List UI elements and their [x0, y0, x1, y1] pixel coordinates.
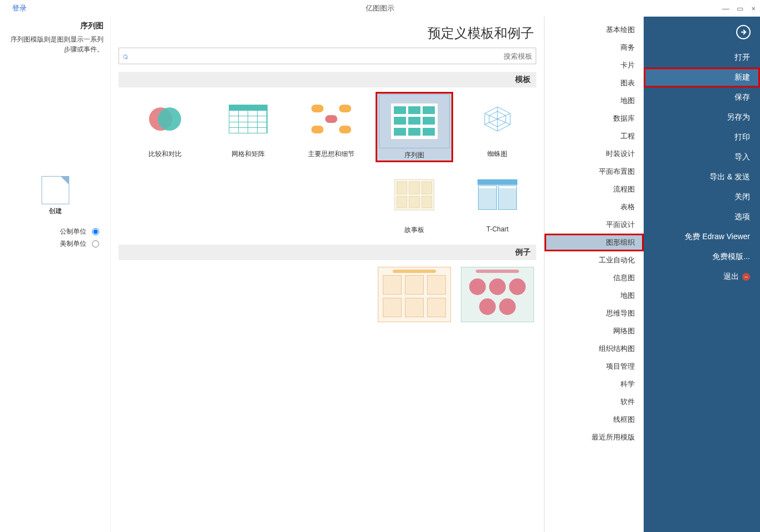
template-label: 比较和对比 — [148, 149, 182, 159]
back-icon[interactable] — [644, 21, 760, 48]
nav-open[interactable]: 打开 — [644, 48, 760, 68]
unit-us-label: 美制单位 — [60, 239, 86, 249]
new-doc-icon — [42, 176, 69, 204]
cat-business[interactable]: 商务 — [545, 39, 644, 56]
login-link[interactable]: 登录 — [12, 3, 27, 13]
nav-export[interactable]: 导出 & 发送 — [644, 167, 760, 187]
cat-basic[interactable]: 基本绘图 — [545, 21, 644, 39]
preview-heading: 序列图 — [7, 21, 104, 31]
template-sequence[interactable]: 序列图 — [376, 92, 453, 162]
template-label: T-Chart — [486, 225, 509, 233]
cat-recent[interactable]: 最近所用模版 — [545, 428, 644, 446]
content-area: 预定义模板和例子 ⌕ 模板 比较和对比 网格和矩阵 主要思想和细节 — [111, 17, 544, 532]
template-mind[interactable]: 主要思想和细节 — [292, 92, 370, 162]
search-icon: ⌕ — [122, 51, 128, 61]
examples-grid — [119, 265, 536, 324]
unit-metric-option[interactable]: 公制单位 — [11, 227, 99, 236]
create-button[interactable]: 创建 — [36, 176, 75, 216]
nav-exit-label: 退出 — [723, 272, 739, 282]
template-venn[interactable]: 比较和对比 — [126, 92, 204, 162]
cat-orgchart[interactable]: 组织结构图 — [545, 340, 644, 358]
unit-us-option[interactable]: 美制单位 — [11, 239, 99, 249]
cat-flowchart[interactable]: 流程图 — [545, 180, 644, 198]
cat-table[interactable]: 表格 — [545, 198, 644, 216]
unit-metric-label: 公制单位 — [60, 227, 86, 236]
cat-database[interactable]: 数据库 — [545, 110, 644, 127]
example-1[interactable] — [376, 265, 453, 324]
unit-us-radio[interactable] — [92, 240, 99, 247]
examples-section-header: 例子 — [119, 245, 536, 260]
templates-section-header: 模板 — [119, 72, 536, 87]
cat-science[interactable]: 科学 — [545, 375, 644, 393]
cat-map2[interactable]: 地图 — [545, 287, 644, 304]
cat-infographic[interactable]: 信息图 — [545, 269, 644, 287]
file-menu-sidebar: 打开 新建 保存 另存为 打印 导入 导出 & 发送 关闭 选项 免费 Edra… — [644, 17, 760, 532]
search-box[interactable]: ⌕ — [119, 48, 536, 64]
template-tchart[interactable]: T-Chart — [459, 168, 536, 235]
nav-options[interactable]: 选项 — [644, 207, 760, 227]
nav-new[interactable]: 新建 — [644, 68, 760, 87]
template-spider[interactable]: 蜘蛛图 — [459, 92, 536, 162]
unit-metric-radio[interactable] — [92, 228, 99, 235]
titlebar: 登录 亿图图示 — ▭ × — [0, 0, 760, 17]
template-label: 序列图 — [404, 151, 424, 160]
cat-project[interactable]: 项目管理 — [545, 358, 644, 375]
nav-close[interactable]: 关闭 — [644, 187, 760, 207]
close-button[interactable]: × — [751, 4, 756, 13]
cat-fashion[interactable]: 时装设计 — [545, 145, 644, 163]
page-title: 预定义模板和例子 — [121, 24, 534, 42]
template-storyboard[interactable]: 故事板 — [376, 168, 453, 235]
templates-grid: 比较和对比 网格和矩阵 主要思想和细节 序列图 蜘蛛图 故事板 — [119, 92, 536, 235]
cat-floorplan[interactable]: 平面布置图 — [545, 163, 644, 180]
example-2[interactable] — [459, 265, 536, 324]
nav-print[interactable]: 打印 — [644, 127, 760, 147]
cat-software[interactable]: 软件 — [545, 393, 644, 411]
nav-viewer[interactable]: 免费 Edraw Viewer — [644, 227, 760, 247]
create-label: 创建 — [49, 206, 62, 216]
window-title: 亿图图示 — [366, 3, 394, 13]
preview-panel: 序列图 序列图模版则是图则显示一系列步骤或事件。 创建 公制单位 美制单位 — [0, 17, 111, 532]
cat-engineering[interactable]: 工程 — [545, 127, 644, 145]
cat-card[interactable]: 卡片 — [545, 56, 644, 74]
template-label: 网格和矩阵 — [232, 149, 265, 159]
cat-graphic-design[interactable]: 平面设计 — [545, 216, 644, 234]
preview-description: 序列图模版则是图则显示一系列步骤或事件。 — [7, 34, 104, 54]
category-list: 基本绘图 商务 卡片 图表 地图 数据库 工程 时装设计 平面布置图 流程图 表… — [544, 17, 644, 532]
nav-free-templates[interactable]: 免费模版... — [644, 247, 760, 267]
nav-saveas[interactable]: 另存为 — [644, 107, 760, 127]
cat-industrial[interactable]: 工业自动化 — [545, 251, 644, 269]
template-grid[interactable]: 网格和矩阵 — [209, 92, 287, 162]
nav-exit[interactable]: 退出 – — [644, 267, 760, 287]
search-input[interactable] — [130, 52, 532, 60]
nav-save[interactable]: 保存 — [644, 87, 760, 107]
cat-map[interactable]: 地图 — [545, 92, 644, 110]
template-label: 主要思想和细节 — [308, 149, 355, 159]
template-label: 故事板 — [404, 225, 424, 235]
cat-graphic-org[interactable]: 图形组织 — [545, 234, 644, 251]
exit-icon: – — [742, 273, 750, 281]
restore-button[interactable]: ▭ — [737, 4, 743, 13]
cat-network[interactable]: 网络图 — [545, 322, 644, 340]
cat-chart[interactable]: 图表 — [545, 74, 644, 92]
cat-mindmap[interactable]: 思维导图 — [545, 304, 644, 322]
cat-wireframe[interactable]: 线框图 — [545, 411, 644, 428]
minimize-button[interactable]: — — [722, 4, 729, 13]
nav-import[interactable]: 导入 — [644, 147, 760, 167]
template-label: 蜘蛛图 — [487, 149, 507, 159]
